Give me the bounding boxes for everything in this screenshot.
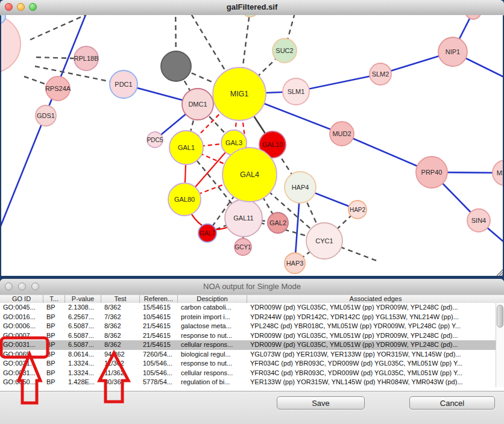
table-cell: YDR009W (pd) YGL035C, YML051W (pp) YDR00…	[247, 340, 496, 350]
node-label: PDC5	[147, 137, 163, 143]
network-graph[interactable]: RPL18BRPS24AGDS1PDC1DMC1SUC2MIG1SLM1SLM2…	[1, 15, 503, 276]
network-node[interactable]	[161, 51, 191, 81]
table-cell: 10/54615	[140, 313, 178, 322]
node-label: SIN4	[471, 217, 486, 224]
table-row[interactable]: GO:0045...BP2.1308...8/36215/54615carbon…	[0, 303, 496, 313]
table-cell: GO:0045...	[0, 303, 43, 313]
node-label: GAL3	[225, 139, 242, 146]
network-edge[interactable]	[36, 57, 76, 58]
column-header[interactable]: Test	[101, 295, 140, 303]
noa-output-window: NOA output for Single Mode GO IDT...P-va…	[0, 279, 504, 424]
table-row[interactable]: GO:0065...BP8.0614...94/3627260/54...bio…	[0, 350, 496, 360]
table-cell: GO:0065...	[0, 350, 43, 360]
column-header[interactable]: T...	[43, 295, 65, 303]
node-label: GCY1	[235, 244, 251, 251]
table-cell: GO:0031...	[0, 369, 43, 378]
table-cell: GO:0031...	[0, 340, 43, 350]
column-header[interactable]: Referen...	[140, 295, 178, 303]
table-cell: YER133W (pp) YOR315W, YNL145W (pd) YHR08…	[247, 378, 496, 387]
table-row[interactable]: GO:0007...BP6.5087...8/36221/54615respon…	[0, 331, 496, 341]
save-button[interactable]: Save	[277, 396, 365, 410]
table-row[interactable]: GO:0031...BP6.5087...8/36221/54615cellul…	[0, 340, 496, 350]
node-label: RPL18B	[74, 55, 99, 62]
network-window: galFiltered.sif RPL18BRPS24AGDS1PDC1DMC1…	[0, 0, 504, 276]
column-header[interactable]: P-value	[65, 295, 101, 303]
window-title: galFiltered.sif	[0, 2, 504, 11]
table-cell: cellular respons...	[178, 369, 247, 378]
table-cell: 7260/54...	[140, 350, 178, 360]
network-canvas[interactable]: RPL18BRPS24AGDS1PDC1DMC1SUC2MIG1SLM1SLM2…	[1, 15, 503, 276]
table-cell: YDR009W (pd) YGL035C, YML051W (pp) YDR00…	[247, 303, 496, 313]
table-cell: 21/54615	[140, 331, 178, 341]
table-cell: cellular respons...	[178, 340, 247, 350]
table-cell: YDR244W (pp) YDR142C, YDR142C (pp) YGL15…	[247, 313, 496, 322]
table-cell: 21/54615	[140, 322, 178, 331]
table-cell: 1.3324...	[65, 359, 101, 369]
table-cell: BP	[43, 340, 65, 350]
scrollbar-thumb[interactable]	[497, 305, 503, 328]
table-cell: 6.5087...	[65, 322, 101, 331]
node-label: GAL80	[174, 196, 195, 203]
node-label: GDS1	[37, 112, 55, 119]
table-header[interactable]: GO IDT...P-valueTestReferen...Desciption…	[0, 295, 504, 304]
table-cell: 105/546...	[140, 369, 178, 378]
table-cell: 1.3324...	[65, 369, 101, 378]
table-cell: 8/362	[101, 322, 140, 331]
table-cell: YDR009W (pd) YGL035C, YML051W (pp) YDR00…	[247, 331, 496, 341]
node-label: GAL4	[240, 170, 259, 179]
table-row[interactable]: GO:0016...BP6.2567...7/36210/54615protei…	[0, 313, 496, 322]
table-cell: response to nut...	[178, 359, 247, 369]
table-cell: 7/362	[101, 313, 140, 322]
table-cell: response to nut...	[178, 331, 247, 341]
node-label: SLM1	[288, 88, 305, 95]
table-cell: 6.2567...	[65, 313, 101, 322]
vertical-scrollbar[interactable]	[496, 303, 504, 387]
table-cell: GO:0006...	[0, 322, 43, 331]
node-label: RPS24A	[45, 85, 71, 92]
table-row[interactable]: GO:0006...BP6.5087...8/36221/54615galact…	[0, 322, 496, 331]
node-label: NIP1	[446, 48, 460, 55]
table-cell: BP	[43, 303, 65, 313]
node-label: HAP4	[292, 184, 309, 191]
table-cell: 105/546...	[140, 359, 178, 369]
network-node[interactable]	[1, 15, 20, 73]
table-cell: 8/362	[101, 303, 140, 313]
node-label: MUD2	[332, 130, 351, 137]
node-label: GAL2	[269, 219, 286, 226]
table-cell: 1.428E...	[65, 378, 101, 387]
table-cell: 5778/54...	[140, 378, 178, 387]
table-cell: YGL073W (pd) YER103W, YER133W (pp) YOR31…	[247, 350, 496, 360]
node-label: PDC1	[115, 81, 132, 88]
table-row[interactable]: GO:0031...BP1.3324...11/362105/546...res…	[0, 359, 496, 369]
results-table: GO IDT...P-valueTestReferen...Desciption…	[0, 295, 504, 391]
column-header[interactable]: Associated edges	[247, 295, 504, 303]
column-header[interactable]: Desciption	[178, 295, 247, 303]
table-cell: 6.5087...	[65, 331, 101, 341]
table-row[interactable]: GO:0031...BP1.3324...11/362105/546...cel…	[0, 369, 496, 378]
network-node[interactable]	[465, 15, 481, 19]
noa-window-titlebar[interactable]: NOA output for Single Mode	[0, 279, 504, 295]
node-label: GAL11	[233, 214, 253, 222]
table-cell: 80/362	[101, 378, 140, 387]
node-label: HAP2	[350, 207, 366, 213]
table-cell: BP	[43, 369, 65, 378]
node-label: MSL1	[497, 169, 503, 176]
table-cell: BP	[43, 322, 65, 331]
cancel-button[interactable]: Cancel	[409, 396, 495, 410]
node-label: CYC1	[315, 237, 333, 245]
node-label: SLM2	[372, 70, 389, 78]
node-label: HAP3	[286, 260, 304, 267]
node-label: DMC1	[188, 101, 207, 108]
table-cell: 15/54615	[140, 303, 178, 313]
table-cell: 94/362	[101, 350, 140, 360]
network-window-titlebar[interactable]: galFiltered.sif	[0, 0, 504, 16]
screen: { "top_window": { "title": "galFiltered.…	[0, 0, 504, 424]
table-row[interactable]: GO:0050...BP1.428E...80/3625778/54...reg…	[0, 378, 496, 387]
table-cell: 11/362	[101, 359, 140, 369]
network-edge[interactable]	[30, 15, 119, 40]
network-node[interactable]	[242, 15, 259, 17]
window-title: NOA output for Single Mode	[0, 282, 504, 291]
node-label: PRP40	[421, 169, 443, 176]
table-cell: 6.5087...	[65, 340, 101, 350]
column-header[interactable]: GO ID	[0, 295, 43, 303]
